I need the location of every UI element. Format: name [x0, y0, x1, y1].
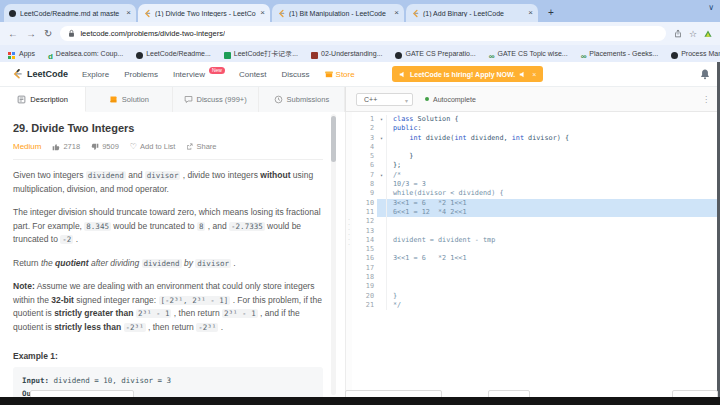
editor-line[interactable]: 2public:: [352, 124, 717, 133]
left-panel-tabs: DescriptionSolutionDiscuss (999+)Submiss…: [0, 87, 345, 113]
store-icon: [325, 70, 333, 78]
back-icon[interactable]: ←: [8, 29, 18, 39]
problem-paragraph: The integer division should truncate tow…: [13, 206, 323, 247]
description-scrollbar[interactable]: [331, 114, 336, 395]
fold-arrow-icon[interactable]: ▾: [377, 134, 386, 143]
scrollbar-thumb[interactable]: [331, 116, 336, 162]
browser-tab[interactable]: (1) Divide Two Integers - LeetCo×: [138, 4, 270, 22]
share-icon[interactable]: [674, 29, 682, 38]
browser-tab[interactable]: (1) Bit Manipulation - LeetCode×: [272, 4, 404, 22]
editor-line[interactable]: 14divident = divident - tmp: [352, 236, 717, 245]
github-favicon-icon: [9, 10, 16, 17]
editor-line[interactable]: 20}: [352, 292, 717, 301]
divider: [13, 159, 323, 160]
editor-line[interactable]: 9while(divisor < dividend) {: [352, 189, 717, 198]
editor-line[interactable]: 6};: [352, 161, 717, 170]
code-text: }: [386, 292, 717, 301]
bookmark-star-icon[interactable]: ☆: [689, 29, 697, 39]
editor-line[interactable]: 810/3 = 3: [352, 180, 717, 189]
extension-icon[interactable]: [704, 30, 712, 38]
dislike-button[interactable]: 9509: [91, 142, 119, 151]
browser-tab[interactable]: LeetCode/Readme.md at maste×: [4, 4, 136, 22]
letterbox-bar: [0, 397, 720, 405]
editor-line[interactable]: 21*/: [352, 301, 717, 310]
panel-tab-description[interactable]: Description: [0, 87, 86, 112]
notifications-bell-icon[interactable]: [700, 68, 710, 80]
editor-line[interactable]: 1▾class Solution {: [352, 115, 717, 124]
bookmark-item[interactable]: LeetCode打卡记录...: [224, 45, 298, 62]
editor-line[interactable]: 103<<1 = 6 *2 1<<1: [352, 199, 717, 208]
github-icon: [136, 45, 143, 62]
nav-item-store[interactable]: Store: [325, 70, 355, 79]
editor-line[interactable]: 7▾/*: [352, 171, 717, 180]
fold-arrow-icon[interactable]: ▾: [377, 115, 386, 124]
editor-line[interactable]: 163<<1 = 6 *2 1<<1: [352, 254, 717, 263]
nav-item-interview[interactable]: InterviewNew: [173, 70, 224, 79]
fold-arrow-icon[interactable]: ▾: [377, 171, 386, 180]
share-button[interactable]: Share: [186, 142, 216, 151]
code-editor[interactable]: 1▾class Solution {2public:3▾ int divide(…: [352, 112, 717, 397]
bookmark-item[interactable]: Process Mana: [671, 45, 720, 62]
code-text: [386, 143, 717, 152]
editor-line[interactable]: 19: [352, 282, 717, 291]
nav-item-explore[interactable]: Explore: [82, 70, 109, 79]
line-number: 8: [352, 180, 377, 189]
forward-icon[interactable]: →: [26, 29, 36, 39]
leetcode-logo-icon[interactable]: [10, 67, 23, 81]
banner-close-icon[interactable]: ×: [532, 71, 536, 78]
line-number: 19: [352, 282, 377, 291]
panel-tab-submissions[interactable]: Submissions: [259, 87, 345, 112]
problem-body: Given two integers dividend and divisor …: [13, 169, 323, 334]
bookmark-item[interactable]: dDealsea.com: Coup...: [48, 45, 123, 62]
nav-item-problems[interactable]: Problems: [124, 70, 158, 79]
url-bar[interactable]: leetcode.com/problems/divide-two-integer…: [60, 26, 666, 41]
nav-item-contest[interactable]: Contest: [239, 70, 267, 79]
chevron-down-icon: ▾: [405, 97, 408, 104]
bookmark-item[interactable]: Apps: [8, 45, 35, 62]
code-text: [386, 273, 717, 282]
editor-line[interactable]: 3▾ int divide(int dividend, int divisor)…: [352, 134, 717, 143]
add-to-list-button[interactable]: ♡ Add to List: [130, 142, 176, 151]
editor-line[interactable]: 12: [352, 217, 717, 226]
tab-close-icon[interactable]: ×: [260, 9, 265, 17]
fold-spacer: [377, 208, 386, 217]
tab-close-icon[interactable]: ×: [394, 9, 399, 17]
bookmark-item[interactable]: ∞GATE CS Topic wise...: [489, 45, 568, 62]
editor-line[interactable]: 17: [352, 264, 717, 273]
editor-line[interactable]: 13: [352, 227, 717, 236]
panel-tab-discuss[interactable]: Discuss (999+): [173, 87, 259, 112]
nav-item-discuss[interactable]: Discuss: [282, 70, 310, 79]
bookmark-item[interactable]: LeetCode/Readme...: [136, 45, 211, 62]
tab-close-icon[interactable]: ×: [528, 9, 533, 17]
editor-line[interactable]: 18: [352, 273, 717, 282]
tab-search-chevron-icon[interactable]: ∨: [708, 3, 714, 12]
language-select[interactable]: C++ ▾: [356, 93, 413, 106]
new-tab-button[interactable]: +: [544, 6, 558, 20]
line-number: 16: [352, 254, 377, 263]
leetcode-header: LeetCode ExploreProblemsInterviewNewCont…: [0, 62, 720, 87]
discuss-icon: [184, 95, 193, 104]
editor-line[interactable]: 4: [352, 143, 717, 152]
leetcode-favicon-icon: [277, 9, 285, 18]
autocomplete-toggle[interactable]: Autocomplete: [425, 96, 476, 103]
editor-line[interactable]: 15: [352, 245, 717, 254]
problem-paragraph: Return the quotient after dividing divid…: [13, 257, 323, 271]
fold-spacer: [377, 227, 386, 236]
editor-line[interactable]: 5 }: [352, 152, 717, 161]
leetcode-favicon-icon: [411, 9, 419, 18]
editor-line[interactable]: 116<<1 = 12 *4 2<<1: [352, 208, 717, 217]
panel-tab-solution[interactable]: Solution: [86, 87, 172, 112]
hiring-banner[interactable]: LeetCode is hiring! Apply NOW. ×: [392, 66, 543, 82]
panel-resize-handle[interactable]: ······: [345, 112, 352, 397]
leetcode-brand[interactable]: LeetCode: [27, 69, 68, 79]
workspace-tabs-row: DescriptionSolutionDiscuss (999+)Submiss…: [0, 87, 720, 112]
line-number: 20: [352, 292, 377, 301]
like-button[interactable]: 2718: [52, 142, 80, 151]
bookmark-item[interactable]: 02-Understanding...: [311, 45, 382, 62]
tab-close-icon[interactable]: ×: [126, 9, 131, 17]
browser-tab[interactable]: (1) Add Binary - LeetCode×: [406, 4, 538, 22]
reload-icon[interactable]: ↻: [44, 29, 52, 39]
bookmark-item[interactable]: ∞Placements - Geeks...: [581, 45, 659, 62]
bookmark-item[interactable]: GATE CS Preparatio...: [395, 45, 475, 62]
editor-settings-icon[interactable]: ⋮: [702, 95, 710, 104]
